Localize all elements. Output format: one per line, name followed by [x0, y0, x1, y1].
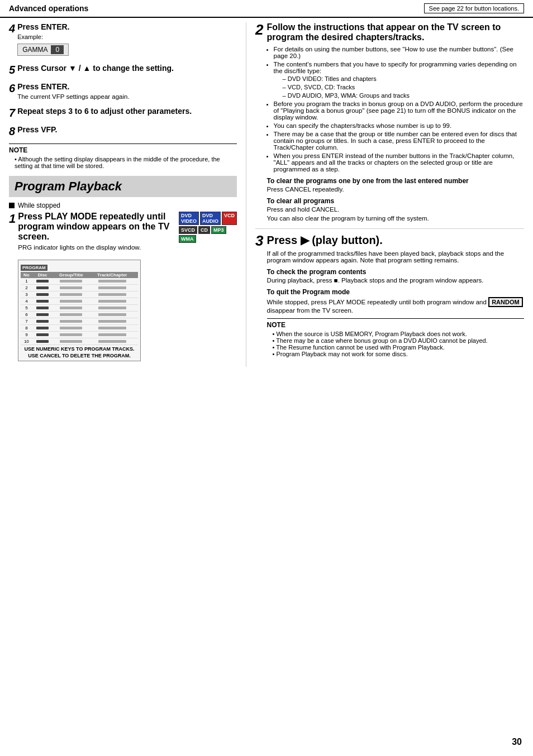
image-caption-2: USE CANCEL TO DELETE THE PROGRAM.: [21, 353, 138, 358]
table-row: 10: [21, 338, 138, 345]
random-badge: RANDOM: [488, 297, 523, 307]
badge-vcd: VCD: [222, 212, 237, 225]
gamma-value: 0: [51, 45, 64, 54]
step-1-body: PRG indicator lights on the display wind…: [18, 244, 174, 251]
black-square-icon: [9, 203, 15, 208]
header-title: Advanced operations: [9, 4, 88, 13]
clear-all-heading: To clear all programs: [267, 197, 524, 205]
table-row: 3: [21, 291, 138, 298]
gamma-box: GAMMA 0: [17, 44, 69, 56]
left-note-label: NOTE: [9, 146, 237, 154]
col-extra: [135, 272, 138, 278]
clear-all-body2: You can also clear the program by turnin…: [267, 215, 524, 222]
note-item-4: • Program Playback may not work for some…: [273, 351, 524, 357]
sub-3: DVD AUDIO, MP3, WMA: Groups and tracks: [283, 92, 524, 99]
header-note: See page 22 for button locations.: [424, 3, 524, 13]
step-8-num: 8: [9, 125, 15, 138]
note-item-2: • There may be a case where bonus group …: [273, 337, 524, 344]
col-group: Group/Title: [53, 272, 89, 278]
step-8: 8 Press VFP.: [9, 125, 237, 138]
prg-label: PROGRAM: [21, 265, 47, 271]
step-1-num: 1: [9, 212, 16, 226]
program-section: Program Playback: [9, 176, 237, 197]
table-row: 5: [21, 305, 138, 312]
sub-list: DVD VIDEO: Titles and chapters VCD, SVCD…: [274, 75, 524, 99]
badge-dvd-video: DVDVIDEO: [179, 212, 199, 225]
step-2-bullets: For details on using the number buttons,…: [267, 46, 524, 173]
step-7-heading: Repeat steps 3 to 6 to adjust other para…: [17, 107, 237, 116]
step-5-num: 5: [9, 64, 15, 76]
step-6-body: The current VFP settings appear again.: [17, 93, 237, 100]
left-note: NOTE • Although the setting display disa…: [9, 143, 237, 169]
table-row: 9: [21, 332, 138, 338]
sub-1: DVD VIDEO: Titles and chapters: [283, 75, 524, 82]
table-row: 1: [21, 278, 138, 285]
clear-all-body: Press and hold CANCEL.: [267, 206, 524, 213]
step-3-heading: Press ▶ (play button).: [267, 233, 524, 247]
step-4-heading: Press ENTER.: [17, 22, 237, 31]
gamma-label: GAMMA: [22, 46, 47, 54]
quit-body: While stopped, press PLAY MODE repeatedl…: [267, 297, 524, 314]
table-row: 8: [21, 325, 138, 332]
page-number: 30: [512, 737, 522, 747]
step-2-heading: Follow the instructions that appear on t…: [267, 22, 524, 42]
badge-wma: WMA: [179, 235, 196, 243]
step-6-num: 6: [9, 82, 15, 95]
quit-heading: To quit the Program mode: [267, 288, 524, 296]
step-4: 4 Press ENTER. Example: GAMMA 0: [9, 22, 237, 58]
badge-svcd: SVCD: [179, 226, 197, 234]
step-2: 2 Follow the instructions that appear on…: [255, 22, 524, 224]
check-heading: To check the program contents: [267, 268, 524, 276]
step-3-num: 3: [255, 233, 263, 248]
note-item-3: • The Resume function cannot be used wit…: [273, 344, 524, 351]
bullet-4: You can specify the chapters/tracks whos…: [274, 122, 524, 129]
bullet-3: Before you program the tracks in bonus g…: [274, 101, 524, 121]
note-item-1: • When the source is USB MEMORY, Program…: [273, 331, 524, 337]
step-3: 3 Press ▶ (play button). If all of the p…: [255, 233, 524, 357]
program-table: No Disc Group/Title Track/Chapter 123456…: [21, 272, 138, 345]
step-1: 1 Press PLAY MODE repeatedly until progr…: [9, 212, 237, 361]
right-note-items: • When the source is USB MEMORY, Program…: [267, 331, 524, 357]
bullet-6: When you press ENTER instead of the numb…: [274, 152, 524, 173]
page-content: 4 Press ENTER. Example: GAMMA 0 5 Press …: [0, 22, 533, 367]
example-label: Example:: [17, 34, 237, 40]
table-row: 2: [21, 285, 138, 291]
while-stopped: While stopped: [9, 202, 237, 209]
step-6: 6 Press ENTER. The current VFP settings …: [9, 82, 237, 101]
badge-row-1: DVDVIDEO DVDAUDIO VCD: [179, 212, 237, 225]
step-3-body: Press ▶ (play button). If all of the pro…: [267, 233, 524, 357]
sub-2: VCD, SVCD, CD: Tracks: [283, 84, 524, 90]
col-disc: Disc: [32, 272, 53, 278]
table-row: 4: [21, 298, 138, 305]
left-column: 4 Press ENTER. Example: GAMMA 0 5 Press …: [9, 22, 246, 367]
col-track: Track/Chapter: [89, 272, 135, 278]
left-note-text: • Although the setting display disappear…: [15, 156, 237, 169]
step-7: 7 Repeat steps 3 to 6 to adjust other pa…: [9, 107, 237, 119]
badge-row-3: WMA: [179, 235, 237, 243]
step-7-num: 7: [9, 107, 15, 119]
step-5-heading: Press Cursor ▼ / ▲ to change the setting…: [17, 64, 237, 73]
table-row: 6: [21, 312, 138, 318]
image-caption-1: USE NUMERIC KEYS TO PROGRAM TRACKS.: [21, 346, 138, 352]
step-5: 5 Press Cursor ▼ / ▲ to change the setti…: [9, 64, 237, 76]
step-2-body: Follow the instructions that appear on t…: [267, 22, 524, 224]
bullet-1: For details on using the number buttons,…: [274, 46, 524, 59]
step-6-heading: Press ENTER.: [17, 82, 237, 91]
step-1-heading: Press PLAY MODE repeatedly until program…: [18, 212, 174, 242]
badge-dvd-audio: DVDAUDIO: [200, 212, 221, 225]
page-header: Advanced operations See page 22 for butt…: [0, 0, 533, 18]
badge-mp3: MP3: [211, 226, 226, 234]
bullet-2: The content's numbers that you have to s…: [274, 61, 524, 99]
format-badges: DVDVIDEO DVDAUDIO VCD SVCD CD MP3 WMA: [179, 212, 237, 243]
right-note-label: NOTE: [267, 321, 524, 329]
clear-one-body: Press CANCEL repeatedly.: [267, 186, 524, 193]
check-body: During playback, press ■. Playback stops…: [267, 277, 524, 284]
right-note: NOTE • When the source is USB MEMORY, Pr…: [267, 318, 524, 357]
badge-cd: CD: [198, 226, 210, 234]
table-row: 7: [21, 318, 138, 325]
step-4-num: 4: [9, 22, 15, 35]
badge-row-2: SVCD CD MP3: [179, 226, 237, 234]
col-no: No: [21, 272, 32, 278]
clear-one-heading: To clear the programs one by one from th…: [267, 177, 524, 185]
bullet-5: There may be a case that the group or ti…: [274, 131, 524, 151]
